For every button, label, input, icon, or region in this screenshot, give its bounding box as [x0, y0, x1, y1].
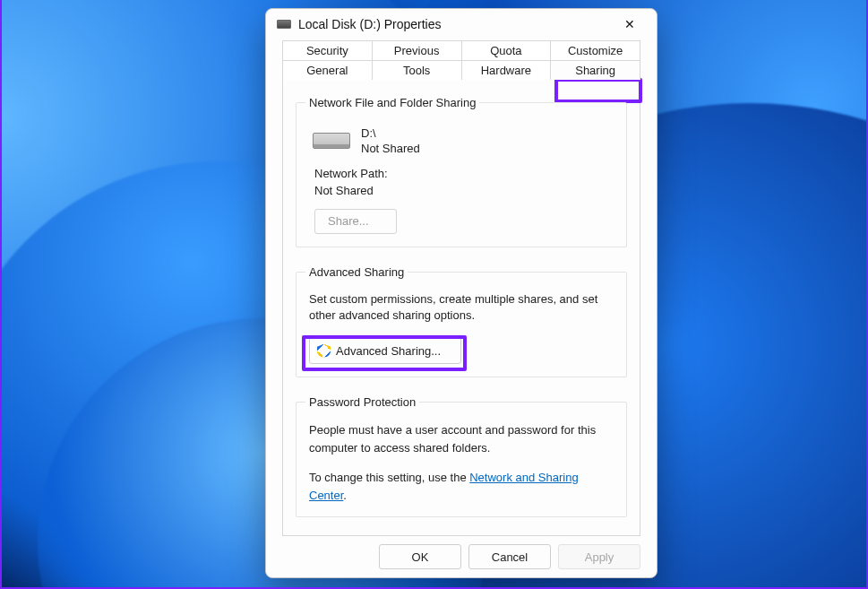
tab-sharing[interactable]: Sharing: [551, 60, 640, 80]
tab-security[interactable]: Security: [282, 40, 373, 60]
network-sharing-legend: Network File and Folder Sharing: [305, 96, 479, 109]
advanced-sharing-description: Set custom permissions, create multiple …: [309, 291, 614, 325]
drive-icon: [277, 20, 291, 29]
uac-shield-icon: [317, 344, 331, 358]
advanced-sharing-button-label: Advanced Sharing...: [336, 344, 441, 358]
password-protection-change: To change this setting, use the Network …: [309, 469, 614, 504]
tabs: Security Previous Versions Quota Customi…: [266, 40, 657, 80]
advanced-sharing-button[interactable]: Advanced Sharing...: [309, 337, 461, 364]
drive-icon: [313, 133, 350, 149]
close-button[interactable]: ✕: [610, 11, 649, 38]
network-path-value: Not Shared: [314, 183, 614, 200]
share-path: D:\: [361, 126, 420, 142]
properties-dialog: Local Disk (D:) Properties ✕ Security Pr…: [265, 8, 657, 578]
cancel-button[interactable]: Cancel: [468, 544, 551, 569]
share-button[interactable]: Share...: [314, 209, 397, 234]
titlebar[interactable]: Local Disk (D:) Properties ✕: [266, 9, 657, 40]
pp-change-prefix: To change this setting, use the: [309, 471, 469, 484]
tab-tools[interactable]: Tools: [373, 60, 462, 80]
advanced-sharing-group: Advanced Sharing Set custom permissions,…: [296, 265, 627, 378]
tab-previous-versions[interactable]: Previous Versions: [373, 40, 462, 60]
tab-quota[interactable]: Quota: [462, 40, 552, 60]
ok-button[interactable]: OK: [379, 544, 461, 569]
apply-button[interactable]: Apply: [558, 544, 640, 569]
advanced-sharing-legend: Advanced Sharing: [305, 265, 408, 279]
password-protection-group: Password Protection People must have a u…: [296, 395, 627, 517]
network-sharing-group: Network File and Folder Sharing D:\ Not …: [296, 96, 627, 247]
share-status: Not Shared: [361, 141, 420, 157]
dialog-button-row: OK Cancel Apply: [266, 536, 657, 577]
network-path-label: Network Path:: [314, 166, 614, 183]
window-title: Local Disk (D:) Properties: [298, 17, 610, 31]
sharing-panel: Network File and Folder Sharing D:\ Not …: [282, 80, 640, 536]
password-protection-legend: Password Protection: [305, 395, 419, 409]
tab-customize[interactable]: Customize: [551, 40, 640, 60]
share-button-label: Share...: [328, 214, 369, 228]
pp-change-suffix: .: [343, 489, 347, 502]
password-protection-description: People must have a user account and pass…: [309, 421, 614, 456]
close-icon: ✕: [624, 17, 635, 31]
tab-hardware[interactable]: Hardware: [462, 60, 552, 80]
tab-general[interactable]: General: [282, 60, 373, 80]
